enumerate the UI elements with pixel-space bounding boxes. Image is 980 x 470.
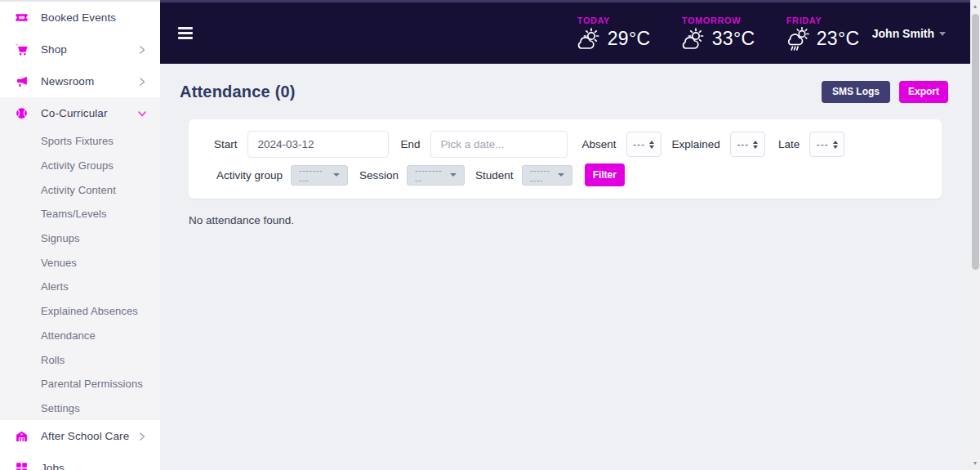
weather-temp: 23°C bbox=[817, 28, 860, 50]
chevron-down-icon bbox=[939, 32, 946, 36]
sidebar-item-signups[interactable]: Signups bbox=[0, 226, 160, 251]
sun-cloud-icon bbox=[575, 27, 603, 51]
sidebar: Booked EventsShopNewsroomCo-CurricularSp… bbox=[0, 0, 160, 470]
explained-select-value: --- bbox=[737, 139, 749, 150]
late-label: Late bbox=[778, 138, 800, 150]
chevron-down-icon bbox=[450, 173, 457, 177]
page-title: Attendance (0) bbox=[180, 83, 296, 101]
sidebar-item-label: Rolls bbox=[41, 354, 65, 366]
sidebar-item-label: Sports Fixtures bbox=[41, 135, 114, 147]
sidebar-item-label: Parental Permissions bbox=[41, 378, 143, 390]
absent-select[interactable]: --- bbox=[626, 132, 662, 157]
sidebar-item-co-curricular[interactable]: Co-Curricular bbox=[0, 97, 160, 129]
main-content: Attendance (0) SMS Logs Export Start End… bbox=[160, 64, 970, 470]
sun-cloud-icon bbox=[679, 27, 707, 51]
sidebar-item-attendance[interactable]: Attendance bbox=[0, 324, 160, 348]
late-select-value: --- bbox=[817, 139, 829, 150]
sidebar-item-jobs[interactable]: Jobs bbox=[0, 452, 160, 470]
scrollbar-thumb[interactable] bbox=[972, 14, 979, 270]
header-right: TODAY 29°C TOMORROW bbox=[575, 16, 970, 51]
weather-day-label: TOMORROW bbox=[679, 16, 764, 25]
student-label: Student bbox=[475, 169, 514, 181]
select-updown-icon bbox=[753, 141, 758, 149]
user-name: John Smith bbox=[872, 27, 934, 40]
sidebar-item-after-school-care[interactable]: After School Care bbox=[0, 420, 160, 452]
sidebar-item-alerts[interactable]: Alerts bbox=[0, 275, 160, 299]
weather-today: TODAY 29°C bbox=[575, 16, 660, 51]
explained-select[interactable]: --- bbox=[730, 132, 765, 157]
title-bar: Attendance (0) SMS Logs Export bbox=[160, 64, 970, 119]
weather-strip: TODAY 29°C TOMORROW bbox=[575, 16, 869, 51]
hamburger-menu-icon[interactable] bbox=[178, 27, 194, 39]
filter-card: Start End Absent --- Explained --- Late … bbox=[189, 119, 942, 199]
sidebar-item-rolls[interactable]: Rolls bbox=[0, 347, 160, 372]
filter-row-1: Start End Absent --- Explained --- Late … bbox=[214, 131, 942, 158]
sidebar-item-label: Booked Events bbox=[41, 11, 116, 24]
top-header: TODAY 29°C TOMORROW bbox=[160, 0, 970, 64]
weather-temp: 33°C bbox=[712, 28, 755, 50]
sidebar-item-explained-absences[interactable]: Explained Absences bbox=[0, 299, 160, 324]
activity-group-select[interactable]: ---------- bbox=[291, 165, 348, 186]
chevron-down-icon bbox=[333, 173, 340, 177]
chevron-right-icon bbox=[137, 77, 147, 87]
absent-select-value: --- bbox=[633, 139, 645, 150]
chevron-down-icon bbox=[558, 173, 564, 177]
weather-temp: 29°C bbox=[608, 28, 651, 50]
end-date-input[interactable] bbox=[430, 131, 568, 158]
student-select[interactable]: ---------- bbox=[522, 165, 572, 186]
sidebar-item-label: Activity Groups bbox=[41, 159, 114, 172]
student-select-value: ---------- bbox=[530, 165, 550, 185]
late-select[interactable]: --- bbox=[809, 132, 844, 157]
ball-icon bbox=[15, 106, 29, 120]
user-menu[interactable]: John Smith bbox=[872, 27, 946, 40]
activity-group-label: Activity group bbox=[216, 169, 283, 181]
sidebar-item-label: After School Care bbox=[41, 430, 129, 442]
weather-friday: FRIDAY 23°C bbox=[784, 16, 869, 51]
sidebar-item-label: Alerts bbox=[41, 280, 69, 293]
sidebar-item-activity-groups[interactable]: Activity Groups bbox=[0, 154, 160, 178]
sidebar-item-sports-fixtures[interactable]: Sports Fixtures bbox=[0, 129, 160, 154]
sidebar-item-label: Shop bbox=[41, 43, 67, 56]
sidebar-item-label: Signups bbox=[41, 232, 80, 244]
sms-logs-button[interactable]: SMS Logs bbox=[822, 81, 890, 103]
session-select-value: ---------- bbox=[415, 165, 443, 185]
sidebar-item-newsroom[interactable]: Newsroom bbox=[0, 65, 160, 97]
session-select[interactable]: ---------- bbox=[407, 165, 465, 186]
sun-rain-icon bbox=[784, 27, 812, 51]
activity-group-select-value: ---------- bbox=[299, 165, 326, 185]
school-icon bbox=[15, 429, 29, 443]
sidebar-item-label: Jobs bbox=[41, 462, 65, 470]
sidebar-item-label: Newsroom bbox=[41, 75, 94, 87]
sidebar-item-label: Explained Absences bbox=[41, 305, 138, 317]
explained-label: Explained bbox=[672, 138, 720, 150]
scroll-up-icon[interactable]: ▲ bbox=[970, 2, 980, 11]
sidebar-item-shop[interactable]: Shop bbox=[0, 34, 160, 65]
sidebar-item-parental-permissions[interactable]: Parental Permissions bbox=[0, 372, 160, 396]
chevron-right-icon bbox=[137, 45, 147, 55]
sidebar-item-label: Venues bbox=[41, 257, 77, 269]
sidebar-item-activity-content[interactable]: Activity Content bbox=[0, 177, 160, 202]
select-updown-icon bbox=[649, 141, 654, 149]
start-date-input[interactable] bbox=[247, 131, 389, 158]
sidebar-item-label: Teams/Levels bbox=[41, 208, 107, 220]
scroll-down-icon[interactable]: ▼ bbox=[970, 459, 980, 468]
sidebar-item-settings[interactable]: Settings bbox=[0, 396, 160, 421]
sidebar-item-venues[interactable]: Venues bbox=[0, 250, 160, 275]
megaphone-icon bbox=[15, 74, 29, 88]
select-updown-icon bbox=[833, 141, 838, 149]
end-label: End bbox=[401, 138, 421, 150]
filter-button[interactable]: Filter bbox=[585, 163, 625, 186]
chevron-down-icon bbox=[137, 109, 147, 119]
session-label: Session bbox=[359, 169, 399, 181]
sidebar-item-teams-levels[interactable]: Teams/Levels bbox=[0, 202, 160, 226]
empty-state-message: No attendance found. bbox=[189, 214, 970, 226]
chevron-right-icon bbox=[137, 432, 147, 441]
absent-label: Absent bbox=[582, 138, 617, 150]
vertical-scrollbar[interactable]: ▲ ▼ bbox=[970, 0, 980, 470]
export-button[interactable]: Export bbox=[899, 81, 948, 103]
ticket-icon bbox=[15, 11, 29, 25]
sidebar-item-label: Settings bbox=[41, 402, 80, 414]
cart-icon bbox=[15, 43, 29, 56]
sidebar-item-booked-events[interactable]: Booked Events bbox=[0, 2, 160, 34]
grid-icon bbox=[15, 461, 29, 470]
